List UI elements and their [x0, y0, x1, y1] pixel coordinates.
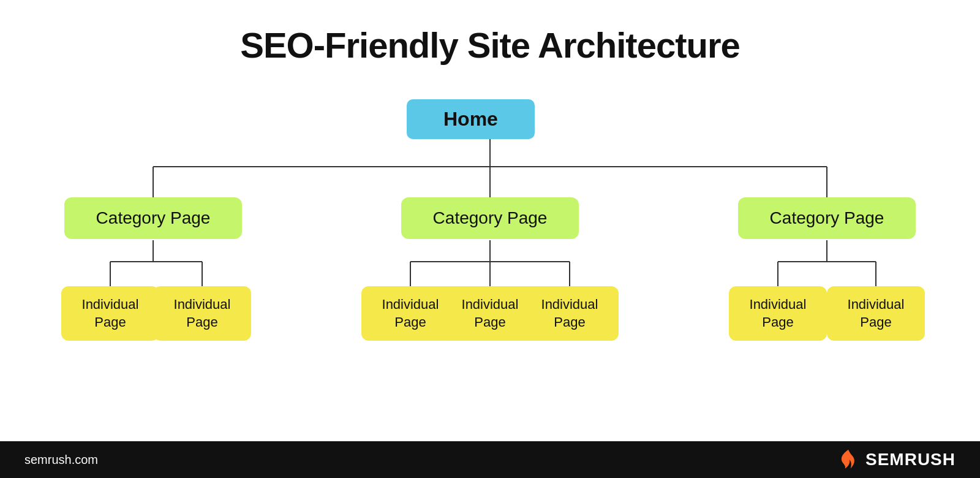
- footer: semrush.com SEMRUSH: [0, 441, 980, 478]
- home-node: Home: [407, 99, 535, 139]
- semrush-icon: [837, 449, 859, 471]
- category-node-2: Category Page: [401, 197, 579, 239]
- individual-node-2-3: IndividualPage: [521, 286, 619, 341]
- individual-node-1-1: IndividualPage: [61, 286, 159, 341]
- individual-node-1-2: IndividualPage: [153, 286, 251, 341]
- category-node-3: Category Page: [738, 197, 916, 239]
- page-title: SEO-Friendly Site Architecture: [240, 25, 740, 66]
- main-content: SEO-Friendly Site Architecture: [0, 0, 980, 441]
- individual-node-3-2: IndividualPage: [827, 286, 925, 341]
- individual-node-3-1: IndividualPage: [729, 286, 827, 341]
- footer-brand: SEMRUSH: [837, 449, 956, 471]
- category-node-1: Category Page: [64, 197, 242, 239]
- footer-brand-text: SEMRUSH: [865, 450, 956, 469]
- footer-domain: semrush.com: [24, 453, 98, 467]
- tree-diagram: Home Category Page Category Page Categor…: [31, 96, 949, 366]
